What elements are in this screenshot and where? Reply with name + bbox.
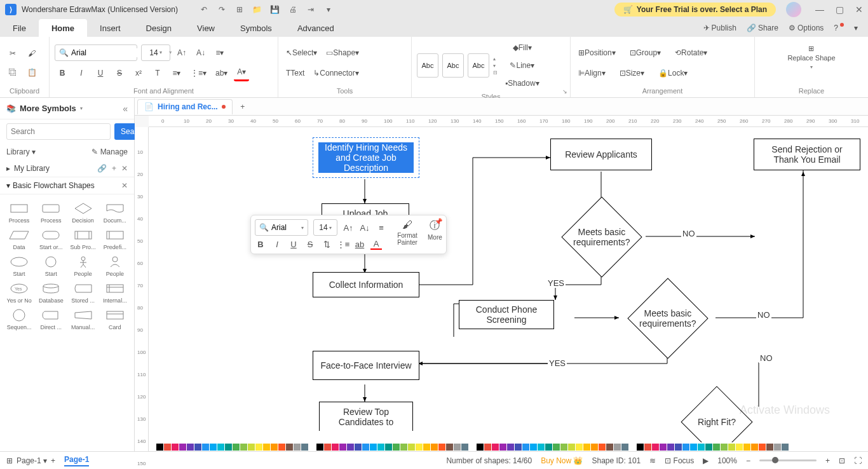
- color-swatch[interactable]: [156, 444, 163, 451]
- position-button[interactable]: ⊞ Position▾: [576, 44, 618, 61]
- color-swatch[interactable]: [576, 444, 583, 451]
- color-swatch[interactable]: [149, 444, 156, 451]
- font-family-combo[interactable]: 🔍▾: [55, 44, 137, 61]
- color-swatch[interactable]: [568, 444, 575, 451]
- color-swatch[interactable]: [599, 444, 606, 451]
- flowchart-node[interactable]: Collect Information: [313, 272, 419, 297]
- text-direction-icon[interactable]: ab▾: [213, 65, 230, 81]
- page-tab[interactable]: Page-1: [64, 455, 89, 466]
- color-swatch[interactable]: [446, 444, 453, 451]
- new-icon[interactable]: ⊞: [235, 5, 244, 14]
- style-gallery-icon[interactable]: ⊟: [493, 70, 498, 76]
- section-expand-icon[interactable]: ▾: [6, 181, 10, 190]
- color-swatch[interactable]: [629, 444, 636, 451]
- zoom-out-icon[interactable]: −: [746, 456, 750, 465]
- shape-item[interactable]: Start: [4, 253, 34, 278]
- mini-spacing-icon[interactable]: ⇅: [321, 238, 332, 250]
- shape-item[interactable]: Docum...: [100, 200, 130, 225]
- color-swatch[interactable]: [431, 444, 438, 451]
- shape-item[interactable]: Internal...: [100, 280, 130, 305]
- add-page-icon[interactable]: +: [51, 456, 55, 465]
- color-swatch[interactable]: [416, 444, 423, 451]
- group-button[interactable]: ⊡ Group▾: [627, 44, 663, 61]
- color-swatch[interactable]: [667, 444, 674, 451]
- color-swatch[interactable]: [248, 444, 255, 451]
- style-preset-1[interactable]: Abc: [417, 53, 438, 78]
- color-swatch[interactable]: [164, 444, 171, 451]
- line-button[interactable]: ✎ Line▾: [503, 57, 542, 74]
- color-swatch[interactable]: [461, 444, 468, 451]
- color-swatch[interactable]: [225, 444, 232, 451]
- color-swatch[interactable]: [255, 444, 262, 451]
- color-swatch[interactable]: [438, 444, 445, 451]
- color-swatch[interactable]: [721, 444, 728, 451]
- zoom-slider[interactable]: [759, 459, 817, 461]
- mini-underline-icon[interactable]: U: [288, 238, 299, 250]
- color-swatch[interactable]: [385, 444, 392, 451]
- shape-item[interactable]: Process: [36, 200, 66, 225]
- canvas[interactable]: Identify Hiring Needs and Create Job Des…: [149, 127, 868, 442]
- italic-icon[interactable]: I: [74, 65, 89, 81]
- shape-item[interactable]: Predefi...: [100, 226, 130, 252]
- save-icon[interactable]: 💾: [271, 5, 280, 14]
- color-swatch[interactable]: [728, 444, 735, 451]
- align-button[interactable]: ⊫ Align▾: [576, 65, 608, 81]
- mylibrary-link-icon[interactable]: 🔗: [97, 164, 107, 173]
- flowchart-node[interactable]: Send Rejection or Thank You Email: [754, 139, 860, 170]
- text-tool[interactable]: T Text: [283, 65, 307, 81]
- color-swatch[interactable]: [240, 444, 247, 451]
- color-swatch[interactable]: [774, 444, 781, 451]
- mini-font-combo[interactable]: 🔍▾: [255, 219, 308, 236]
- color-swatch[interactable]: [675, 444, 682, 451]
- color-swatch[interactable]: [660, 444, 667, 451]
- color-swatch[interactable]: [759, 444, 766, 451]
- color-swatch[interactable]: [423, 444, 430, 451]
- color-swatch[interactable]: [454, 444, 461, 451]
- mini-fontcolor-icon[interactable]: A: [370, 238, 382, 250]
- color-swatch[interactable]: [477, 444, 484, 451]
- style-preset-2[interactable]: Abc: [442, 53, 464, 78]
- search-input[interactable]: [6, 123, 111, 140]
- color-swatch[interactable]: [492, 444, 499, 451]
- buy-now-button[interactable]: Buy Now 👑: [541, 456, 583, 465]
- color-swatch[interactable]: [530, 444, 537, 451]
- mini-format-painter[interactable]: 🖌 Format Painter: [393, 219, 421, 250]
- color-swatch[interactable]: [621, 444, 628, 451]
- presentation-icon[interactable]: ▶: [703, 456, 709, 465]
- color-swatch[interactable]: [782, 444, 789, 451]
- mini-textdir-icon[interactable]: ab: [354, 238, 365, 250]
- color-swatch[interactable]: [705, 444, 712, 451]
- shape-item[interactable]: Start: [36, 253, 66, 278]
- mini-italic-icon[interactable]: I: [271, 238, 283, 250]
- pages-grid-icon[interactable]: ⊞: [6, 456, 13, 465]
- connector-tool[interactable]: ↳ Connector▾: [311, 65, 361, 81]
- share-button[interactable]: 🔗 Share: [747, 24, 778, 32]
- shape-item[interactable]: Decision: [68, 200, 98, 225]
- color-swatch[interactable]: [698, 444, 705, 451]
- redo-icon[interactable]: ↷: [217, 5, 226, 14]
- options-button[interactable]: ⚙ Options: [789, 24, 824, 32]
- color-swatch[interactable]: [499, 444, 506, 451]
- menu-home[interactable]: Home: [39, 19, 87, 37]
- mini-bullets-icon[interactable]: ⋮≡: [337, 238, 349, 250]
- mini-align-icon[interactable]: ≡: [376, 222, 387, 233]
- maximize-icon[interactable]: ▢: [836, 4, 844, 15]
- menu-design[interactable]: Design: [133, 19, 184, 37]
- color-swatch[interactable]: [591, 444, 598, 451]
- color-swatch[interactable]: [294, 444, 301, 451]
- select-tool[interactable]: ↖ Select▾: [283, 44, 320, 61]
- color-swatch[interactable]: [324, 444, 331, 451]
- section-close-icon[interactable]: ✕: [121, 181, 128, 190]
- color-swatch[interactable]: [690, 444, 697, 451]
- replace-shape-button[interactable]: ⊞ Replace Shape ▾: [785, 39, 837, 75]
- color-swatch[interactable]: [545, 444, 552, 451]
- shape-item[interactable]: Start or...: [36, 226, 66, 252]
- shape-item[interactable]: Database: [36, 280, 66, 305]
- paste-icon[interactable]: 📋: [24, 64, 39, 81]
- shape-item[interactable]: Stored ...: [68, 280, 98, 305]
- color-swatch[interactable]: [347, 444, 354, 451]
- publish-button[interactable]: ✈ Publish: [703, 24, 736, 32]
- color-swatch[interactable]: [713, 444, 720, 451]
- color-swatch[interactable]: [507, 444, 514, 451]
- more-symbols-label[interactable]: More Symbols: [20, 104, 76, 113]
